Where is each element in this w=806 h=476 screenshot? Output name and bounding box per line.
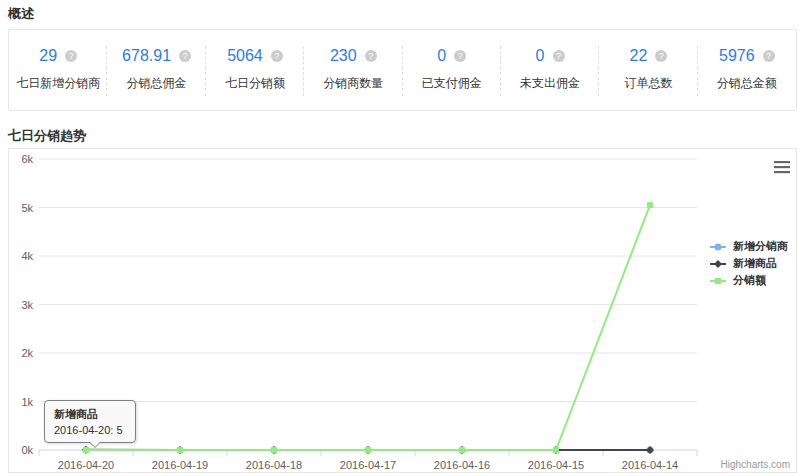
stat-card-paid-commission: 0? 已支付佣金: [403, 30, 501, 110]
help-icon[interactable]: ?: [65, 50, 77, 62]
stat-label: 分销总金额: [698, 75, 796, 92]
trend-section-title: 七日分销趋势: [8, 127, 86, 145]
legend-marker-icon: [709, 275, 729, 287]
x-axis-label: 2016-04-14: [622, 459, 678, 471]
trend-chart: 0k1k2k3k4k5k6k2016-04-202016-04-192016-0…: [8, 148, 797, 473]
tooltip-value: 2016-04-20: 5: [54, 424, 126, 436]
x-axis-label: 2016-04-15: [528, 459, 584, 471]
stat-label: 已支付佣金: [403, 75, 501, 92]
legend-marker-icon: [709, 241, 729, 253]
help-icon[interactable]: ?: [365, 50, 377, 62]
help-icon[interactable]: ?: [179, 50, 191, 62]
legend-item-0[interactable]: 新增分销商: [709, 238, 788, 255]
y-axis-label: 0k: [21, 444, 33, 456]
legend-label: 分销额: [733, 273, 766, 288]
stat-value: 230: [330, 47, 357, 65]
stat-card-new-distributors-7d: 29? 七日新增分销商: [9, 30, 107, 110]
help-icon[interactable]: ?: [655, 50, 667, 62]
y-axis-label: 4k: [21, 250, 33, 262]
stat-card-sales-7d: 5064? 七日分销额: [206, 30, 304, 110]
stat-label: 分销商数量: [304, 75, 402, 92]
help-icon[interactable]: ?: [271, 50, 283, 62]
legend-marker-icon: [709, 258, 729, 270]
stat-value: 678.91: [122, 47, 171, 65]
x-axis-label: 2016-04-17: [340, 459, 396, 471]
legend-item-2[interactable]: 分销额: [709, 272, 788, 289]
chart-legend: 新增分销商新增商品分销额: [709, 238, 788, 289]
highcharts-credits-link[interactable]: Highcharts.com: [721, 459, 790, 470]
x-axis-label: 2016-04-18: [246, 459, 302, 471]
x-axis-label: 2016-04-19: [152, 459, 208, 471]
stat-card-total-commission: 678.91? 分销总佣金: [107, 30, 205, 110]
chart-menu-icon[interactable]: [774, 161, 790, 174]
chart-tooltip: 新增商品 2016-04-20: 5: [44, 400, 136, 443]
stat-value: 0: [536, 47, 545, 65]
stat-card-unpaid-commission: 0? 未支出佣金: [501, 30, 599, 110]
help-icon[interactable]: ?: [454, 50, 466, 62]
stats-summary-box: 29? 七日新增分销商 678.91? 分销总佣金 5064? 七日分销额 23…: [8, 29, 797, 111]
overview-title: 概述: [8, 5, 34, 23]
stat-label: 七日分销额: [206, 75, 304, 92]
series-2[interactable]: [83, 202, 653, 453]
legend-label: 新增商品: [733, 256, 777, 271]
stat-card-order-total: 22? 订单总数: [599, 30, 697, 110]
stat-card-total-sales-amount: 5976? 分销总金额: [698, 30, 796, 110]
y-axis-label: 3k: [21, 299, 33, 311]
stat-label: 七日新增分销商: [9, 75, 107, 92]
y-axis-label: 2k: [21, 347, 33, 359]
stat-label: 订单总数: [599, 75, 697, 92]
stat-label: 未支出佣金: [501, 75, 599, 92]
stat-value: 22: [630, 47, 648, 65]
legend-item-1[interactable]: 新增商品: [709, 255, 788, 272]
stat-value: 5064: [227, 47, 263, 65]
stat-label: 分销总佣金: [107, 75, 205, 92]
stat-value: 29: [39, 47, 57, 65]
stat-card-distributor-count: 230? 分销商数量: [304, 30, 402, 110]
stat-value: 5976: [719, 47, 755, 65]
x-axis-label: 2016-04-20: [58, 459, 114, 471]
legend-label: 新增分销商: [733, 239, 788, 254]
help-icon[interactable]: ?: [763, 50, 775, 62]
stat-value: 0: [437, 47, 446, 65]
y-axis-label: 6k: [21, 153, 33, 165]
y-axis-label: 1k: [21, 396, 33, 408]
tooltip-series-name: 新增商品: [54, 407, 126, 422]
y-axis-label: 5k: [21, 202, 33, 214]
x-axis-label: 2016-04-16: [434, 459, 490, 471]
help-icon[interactable]: ?: [553, 50, 565, 62]
